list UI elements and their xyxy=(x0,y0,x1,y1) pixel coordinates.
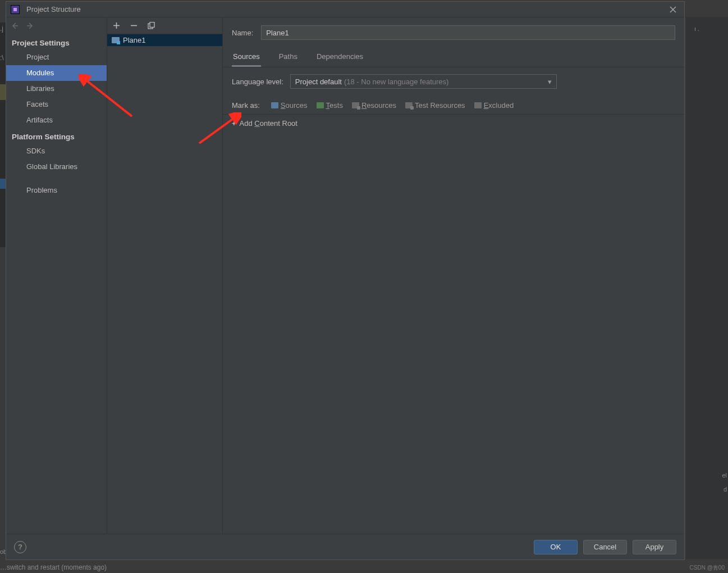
nav-forward-button[interactable] xyxy=(26,22,34,30)
dialog-footer: ? OK Cancel Apply xyxy=(6,534,684,560)
tab-paths[interactable]: Paths xyxy=(278,48,299,67)
sidebar-nav-toolbar xyxy=(6,17,107,34)
sidebar-item-project[interactable]: Project xyxy=(6,49,107,65)
module-tabs: Sources Paths Dependencies xyxy=(223,48,684,67)
background-text-fragment: el xyxy=(722,472,727,479)
content-roots-area xyxy=(223,132,684,534)
sidebar: Project Settings Project Modules Librari… xyxy=(6,17,107,534)
watermark: CSDN @青00 xyxy=(690,564,725,572)
copy-icon xyxy=(148,22,155,29)
titlebar: Project Structure xyxy=(6,2,684,17)
tab-dependencies[interactable]: Dependencies xyxy=(315,48,364,67)
nav-back-button[interactable] xyxy=(11,22,19,30)
mark-test-resources-button[interactable]: Test Resources xyxy=(405,101,465,110)
close-button[interactable] xyxy=(666,3,680,16)
sidebar-item-problems[interactable]: Problems xyxy=(6,183,107,198)
sidebar-item-artifacts[interactable]: Artifacts xyxy=(6,112,107,128)
help-button[interactable]: ? xyxy=(14,541,26,553)
language-level-hint: (18 - No new language features) xyxy=(344,78,448,86)
close-icon xyxy=(670,6,676,13)
sidebar-heading-project-settings: Project Settings xyxy=(6,34,107,49)
module-folder-icon xyxy=(112,37,120,44)
plus-icon xyxy=(113,22,120,29)
language-level-label: Language level: xyxy=(232,78,283,86)
add-module-button[interactable] xyxy=(113,22,120,29)
arrow-left-icon xyxy=(11,22,19,30)
minus-icon xyxy=(130,22,138,29)
folder-icon xyxy=(271,102,278,108)
background-text-fragment: .j xyxy=(0,25,3,33)
cancel-button[interactable]: Cancel xyxy=(583,540,627,554)
sidebar-item-sdks[interactable]: SDKs xyxy=(6,143,107,159)
sidebar-heading-platform-settings: Platform Settings xyxy=(6,128,107,143)
svg-rect-1 xyxy=(150,22,154,28)
sidebar-item-libraries[interactable]: Libraries xyxy=(6,81,107,97)
folder-icon xyxy=(405,102,413,108)
mark-sources-button[interactable]: Sources xyxy=(271,101,308,110)
folder-icon xyxy=(317,102,324,108)
module-name-input[interactable] xyxy=(261,25,675,40)
arrow-right-icon xyxy=(26,22,34,30)
module-detail-panel: Name: Sources Paths Dependencies Languag… xyxy=(223,17,684,534)
plus-icon: + xyxy=(232,119,236,128)
tab-sources[interactable]: Sources xyxy=(232,48,261,67)
module-item-plane1[interactable]: Plane1 xyxy=(107,34,222,46)
background-highlight-strip xyxy=(0,84,6,100)
folder-icon xyxy=(352,102,359,108)
app-icon xyxy=(11,5,20,14)
add-content-root-button[interactable]: + Add Content Root xyxy=(223,115,684,132)
background-text-fragment: d xyxy=(724,486,727,493)
ok-button[interactable]: OK xyxy=(534,540,578,554)
name-label: Name: xyxy=(232,29,253,37)
folder-icon xyxy=(474,102,482,108)
module-item-label: Plane1 xyxy=(123,36,145,44)
background-text-fragment: :\ xyxy=(0,54,4,62)
mark-as-label: Mark as: xyxy=(232,101,260,110)
dialog-title: Project Structure xyxy=(26,5,81,13)
mark-resources-button[interactable]: Resources xyxy=(352,101,396,110)
sidebar-item-modules[interactable]: Modules xyxy=(6,65,107,81)
language-level-dropdown[interactable]: Project default (18 - No new language fe… xyxy=(290,74,557,89)
module-list-panel: Plane1 xyxy=(107,17,223,534)
project-structure-dialog: Project Structure Project Settings Proje… xyxy=(6,1,685,560)
background-status-text: …switch and restart (moments ago) xyxy=(0,563,107,571)
background-selection-strip xyxy=(0,179,6,189)
chevron-down-icon: ▾ xyxy=(548,78,552,86)
background-text-fragment: ı . xyxy=(694,25,728,37)
sidebar-item-facets[interactable]: Facets xyxy=(6,97,107,112)
sidebar-item-global-libraries[interactable]: Global Libraries xyxy=(6,159,107,175)
copy-module-button[interactable] xyxy=(148,22,155,29)
mark-excluded-button[interactable]: Excluded xyxy=(474,101,514,110)
module-toolbar xyxy=(107,17,222,34)
mark-tests-button[interactable]: Tests xyxy=(317,101,343,110)
language-level-value: Project default xyxy=(295,78,342,86)
apply-button[interactable]: Apply xyxy=(633,540,676,554)
remove-module-button[interactable] xyxy=(130,22,138,29)
